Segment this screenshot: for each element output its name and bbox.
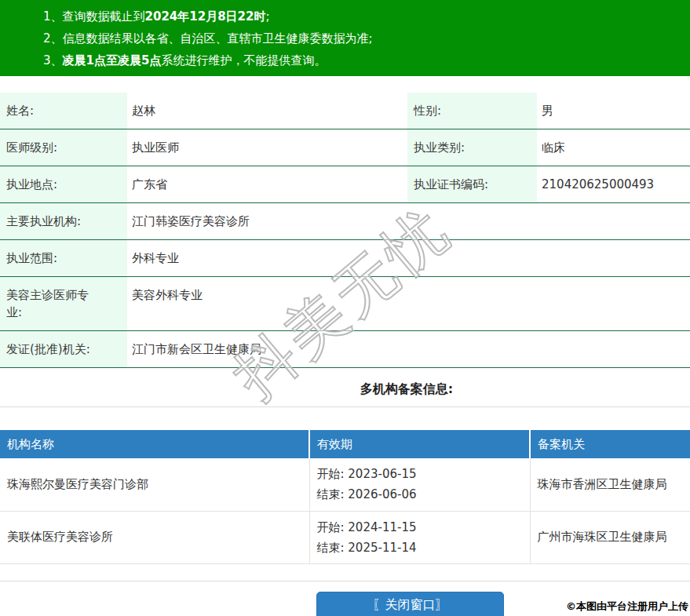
cosmetic-specialty-label: 美容主诊医师专业: [0,277,127,330]
org-table-header-row: 机构名称 有效期 备案机关 [0,430,690,458]
notice-number: 1、 [43,9,63,24]
name-value: 赵林 [127,93,407,129]
gender-label: 性别: [407,93,537,129]
doctor-info-table: 姓名: 赵林 性别: 男 医师级别: 执业医师 执业类别: 临床 执业地点: 广… [0,93,690,368]
gender-value: 男 [537,93,690,129]
org-table-row: 珠海熙尔曼医疗美容门诊部 开始: 2023-06-15 结束: 2026-06-… [0,458,690,511]
close-window-button[interactable]: 〖关闭窗口〗 [316,592,504,616]
notice-text: 信息数据结果以各省、自治区、直辖市卫生健康委数据为准; [63,31,373,46]
info-row-level-category: 医师级别: 执业医师 执业类别: 临床 [0,129,690,166]
info-row-location-license: 执业地点: 广东省 执业证书编码: 210420625000493 [0,166,690,203]
notice-line-1: 1、查询数据截止到2024年12月8日22时; [43,5,682,27]
notice-bold-text: 2024年12月8日22时 [145,9,266,24]
info-row-main-institution: 主要执业机构: 江门韩姿医疗美容诊所 [0,203,690,240]
registration-authority-header: 备案机关 [530,430,690,458]
start-date-text: 开始: 2024-11-15 [317,517,525,538]
notice-text: ; [265,9,269,24]
practice-category-value: 临床 [537,129,690,166]
org-name-cell: 珠海熙尔曼医疗美容门诊部 [0,458,309,511]
info-row-practice-scope: 执业范围: 外科专业 [0,240,690,277]
doctor-level-value: 执业医师 [127,129,407,166]
end-date-text: 结束: 2025-11-14 [317,538,525,558]
practitioner-query-result-page: 1、查询数据截止到2024年12月8日22时; 2、信息数据结果以各省、自治区、… [0,0,690,616]
doctor-level-label: 医师级别: [0,129,127,166]
cosmetic-specialty-value: 美容外科专业 [127,277,690,330]
notice-banner: 1、查询数据截止到2024年12月8日22时; 2、信息数据结果以各省、自治区、… [0,0,690,76]
license-number-value: 210420625000493 [537,166,690,202]
practice-location-label: 执业地点: [0,166,127,202]
divider-line [0,581,690,581]
notice-number: 3、 [43,53,63,67]
practice-category-label: 执业类别: [407,129,537,166]
notice-number: 2、 [43,31,63,46]
info-row-issuing-authority: 发证(批准)机关: 江门市新会区卫生健康局 [0,331,690,368]
validity-period-cell: 开始: 2024-11-15 结束: 2025-11-14 [309,511,530,563]
notice-text: 系统进行维护，不能提供查询。 [161,53,326,67]
main-institution-value: 江门韩姿医疗美容诊所 [127,203,690,239]
validity-period-header: 有效期 [309,430,530,458]
validity-period-cell: 开始: 2023-06-15 结束: 2026-06-06 [309,458,530,511]
license-number-label: 执业证书编码: [407,166,537,202]
org-name-header: 机构名称 [0,430,309,458]
issuing-authority-value: 江门市新会区卫生健康局 [127,331,690,367]
practice-scope-value: 外科专业 [127,240,690,276]
notice-line-2: 2、信息数据结果以各省、自治区、直辖市卫生健康委数据为准; [43,27,682,49]
registration-authority-cell: 珠海市香洲区卫生健康局 [530,458,690,511]
notice-bold-text: 凌晨1点至凌晨5点 [63,53,162,67]
multi-org-table: 机构名称 有效期 备案机关 珠海熙尔曼医疗美容门诊部 开始: 2023-06-1… [0,430,690,564]
divider-line [0,406,690,407]
multi-org-section-title: 多机构备案信息: [0,381,690,398]
org-table-row: 美联体医疗美容诊所 开始: 2024-11-15 结束: 2025-11-14 … [0,511,690,563]
practice-location-value: 广东省 [127,166,407,202]
info-row-name-gender: 姓名: 赵林 性别: 男 [0,93,690,129]
start-date-text: 开始: 2023-06-15 [317,464,525,484]
notice-text: 查询数据截止到 [63,9,145,24]
registration-authority-cell: 广州市海珠区卫生健康局 [530,511,690,563]
practice-scope-label: 执业范围: [0,240,127,276]
org-name-cell: 美联体医疗美容诊所 [0,511,309,563]
main-institution-label: 主要执业机构: [0,203,127,239]
info-row-cosmetic-specialty: 美容主诊医师专业: 美容外科专业 [0,277,690,331]
upload-credit-text: ©本图由平台注册用户上传 [566,600,688,614]
notice-line-3: 3、凌晨1点至凌晨5点系统进行维护，不能提供查询。 [43,49,682,71]
end-date-text: 结束: 2026-06-06 [317,484,525,505]
name-label: 姓名: [0,93,127,129]
issuing-authority-label: 发证(批准)机关: [0,331,127,367]
